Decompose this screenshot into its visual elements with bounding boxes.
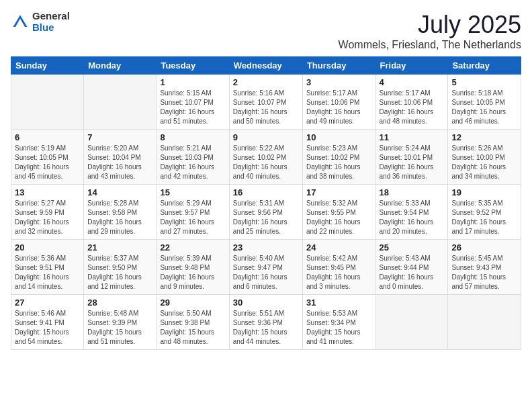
day-number: 19 — [451, 187, 517, 197]
day-number: 27 — [15, 298, 80, 308]
day-info: Sunrise: 5:53 AM Sunset: 9:34 PM Dayligh… — [306, 309, 372, 347]
calendar-cell: 30Sunrise: 5:51 AM Sunset: 9:36 PM Dayli… — [229, 295, 302, 350]
calendar-cell — [448, 295, 521, 350]
calendar-cell: 25Sunrise: 5:43 AM Sunset: 9:44 PM Dayli… — [375, 240, 448, 295]
calendar-cell: 6Sunrise: 5:19 AM Sunset: 10:05 PM Dayli… — [11, 130, 84, 185]
calendar-week-row: 20Sunrise: 5:36 AM Sunset: 9:51 PM Dayli… — [11, 240, 521, 295]
day-info: Sunrise: 5:22 AM Sunset: 10:02 PM Daylig… — [233, 144, 299, 181]
calendar-cell: 10Sunrise: 5:23 AM Sunset: 10:02 PM Dayl… — [302, 130, 375, 185]
day-number: 12 — [451, 132, 517, 142]
day-info: Sunrise: 5:45 AM Sunset: 9:43 PM Dayligh… — [451, 254, 517, 291]
weekday-header-tuesday: Tuesday — [157, 57, 229, 75]
day-info: Sunrise: 5:17 AM Sunset: 10:06 PM Daylig… — [380, 89, 445, 126]
day-number: 4 — [380, 77, 445, 87]
day-info: Sunrise: 5:20 AM Sunset: 10:04 PM Daylig… — [87, 144, 152, 181]
day-number: 2 — [233, 77, 299, 87]
day-number: 30 — [233, 298, 299, 308]
logo-general: General — [32, 11, 70, 22]
calendar-week-row: 13Sunrise: 5:27 AM Sunset: 9:59 PM Dayli… — [11, 185, 521, 240]
month-title: July 2025 — [339, 11, 521, 39]
day-info: Sunrise: 5:19 AM Sunset: 10:05 PM Daylig… — [15, 144, 80, 181]
calendar-cell: 31Sunrise: 5:53 AM Sunset: 9:34 PM Dayli… — [302, 295, 375, 350]
calendar-cell: 4Sunrise: 5:17 AM Sunset: 10:06 PM Dayli… — [375, 75, 448, 130]
calendar-cell: 29Sunrise: 5:50 AM Sunset: 9:38 PM Dayli… — [157, 295, 229, 350]
calendar-cell: 9Sunrise: 5:22 AM Sunset: 10:02 PM Dayli… — [229, 130, 302, 185]
day-info: Sunrise: 5:31 AM Sunset: 9:56 PM Dayligh… — [233, 199, 299, 236]
calendar-cell: 24Sunrise: 5:42 AM Sunset: 9:45 PM Dayli… — [302, 240, 375, 295]
weekday-header-thursday: Thursday — [302, 57, 375, 75]
day-info: Sunrise: 5:51 AM Sunset: 9:36 PM Dayligh… — [233, 309, 299, 347]
day-number: 26 — [451, 242, 517, 253]
day-number: 21 — [87, 242, 152, 253]
calendar-cell: 1Sunrise: 5:15 AM Sunset: 10:07 PM Dayli… — [157, 75, 229, 130]
title-block: July 2025 Wommels, Friesland, The Nether… — [339, 11, 521, 51]
calendar-cell: 15Sunrise: 5:29 AM Sunset: 9:57 PM Dayli… — [157, 185, 229, 240]
day-number: 16 — [233, 187, 299, 197]
weekday-header-wednesday: Wednesday — [229, 57, 302, 75]
calendar-cell: 16Sunrise: 5:31 AM Sunset: 9:56 PM Dayli… — [229, 185, 302, 240]
day-number: 6 — [15, 132, 80, 142]
calendar-cell: 14Sunrise: 5:28 AM Sunset: 9:58 PM Dayli… — [84, 185, 157, 240]
day-number: 22 — [160, 242, 225, 253]
day-info: Sunrise: 5:29 AM Sunset: 9:57 PM Dayligh… — [160, 199, 225, 236]
day-number: 3 — [306, 77, 372, 87]
calendar-cell: 7Sunrise: 5:20 AM Sunset: 10:04 PM Dayli… — [84, 130, 157, 185]
day-info: Sunrise: 5:17 AM Sunset: 10:06 PM Daylig… — [306, 89, 372, 126]
day-number: 15 — [160, 187, 225, 197]
day-number: 18 — [380, 187, 445, 197]
day-number: 10 — [306, 132, 372, 142]
calendar-cell: 22Sunrise: 5:39 AM Sunset: 9:48 PM Dayli… — [157, 240, 229, 295]
day-info: Sunrise: 5:43 AM Sunset: 9:44 PM Dayligh… — [380, 254, 445, 291]
day-info: Sunrise: 5:37 AM Sunset: 9:50 PM Dayligh… — [87, 254, 152, 291]
calendar-cell: 2Sunrise: 5:16 AM Sunset: 10:07 PM Dayli… — [229, 75, 302, 130]
calendar-cell: 21Sunrise: 5:37 AM Sunset: 9:50 PM Dayli… — [84, 240, 157, 295]
day-info: Sunrise: 5:35 AM Sunset: 9:52 PM Dayligh… — [451, 199, 517, 236]
day-info: Sunrise: 5:18 AM Sunset: 10:05 PM Daylig… — [451, 89, 517, 126]
day-number: 9 — [233, 132, 299, 142]
page-header: General Blue July 2025 Wommels, Frieslan… — [11, 11, 521, 51]
calendar-week-row: 27Sunrise: 5:46 AM Sunset: 9:41 PM Dayli… — [11, 295, 521, 350]
day-number: 20 — [15, 242, 80, 253]
day-info: Sunrise: 5:39 AM Sunset: 9:48 PM Dayligh… — [160, 254, 225, 291]
calendar-cell: 13Sunrise: 5:27 AM Sunset: 9:59 PM Dayli… — [11, 185, 84, 240]
calendar-cell: 11Sunrise: 5:24 AM Sunset: 10:01 PM Dayl… — [375, 130, 448, 185]
calendar-cell — [84, 75, 157, 130]
calendar-cell — [11, 75, 84, 130]
calendar-cell: 5Sunrise: 5:18 AM Sunset: 10:05 PM Dayli… — [448, 75, 521, 130]
day-number: 23 — [233, 242, 299, 253]
day-number: 14 — [87, 187, 152, 197]
day-info: Sunrise: 5:16 AM Sunset: 10:07 PM Daylig… — [233, 89, 299, 126]
calendar-week-row: 6Sunrise: 5:19 AM Sunset: 10:05 PM Dayli… — [11, 130, 521, 185]
day-number: 11 — [380, 132, 445, 142]
day-info: Sunrise: 5:26 AM Sunset: 10:00 PM Daylig… — [451, 144, 517, 181]
calendar-cell: 3Sunrise: 5:17 AM Sunset: 10:06 PM Dayli… — [302, 75, 375, 130]
day-number: 17 — [306, 187, 372, 197]
calendar-cell: 26Sunrise: 5:45 AM Sunset: 9:43 PM Dayli… — [448, 240, 521, 295]
calendar-cell: 19Sunrise: 5:35 AM Sunset: 9:52 PM Dayli… — [448, 185, 521, 240]
logo: General Blue — [11, 11, 70, 33]
calendar-cell: 18Sunrise: 5:33 AM Sunset: 9:54 PM Dayli… — [375, 185, 448, 240]
day-info: Sunrise: 5:48 AM Sunset: 9:39 PM Dayligh… — [87, 309, 152, 347]
calendar-table: SundayMondayTuesdayWednesdayThursdayFrid… — [11, 56, 521, 350]
day-info: Sunrise: 5:40 AM Sunset: 9:47 PM Dayligh… — [233, 254, 299, 291]
calendar-cell: 28Sunrise: 5:48 AM Sunset: 9:39 PM Dayli… — [84, 295, 157, 350]
day-info: Sunrise: 5:15 AM Sunset: 10:07 PM Daylig… — [160, 89, 225, 126]
calendar-cell: 8Sunrise: 5:21 AM Sunset: 10:03 PM Dayli… — [157, 130, 229, 185]
calendar-cell: 20Sunrise: 5:36 AM Sunset: 9:51 PM Dayli… — [11, 240, 84, 295]
day-info: Sunrise: 5:32 AM Sunset: 9:55 PM Dayligh… — [306, 199, 372, 236]
calendar-cell: 23Sunrise: 5:40 AM Sunset: 9:47 PM Dayli… — [229, 240, 302, 295]
logo-text: General Blue — [32, 11, 70, 33]
logo-blue: Blue — [32, 22, 70, 34]
day-info: Sunrise: 5:36 AM Sunset: 9:51 PM Dayligh… — [15, 254, 80, 291]
day-info: Sunrise: 5:27 AM Sunset: 9:59 PM Dayligh… — [15, 199, 80, 236]
calendar-cell: 12Sunrise: 5:26 AM Sunset: 10:00 PM Dayl… — [448, 130, 521, 185]
day-info: Sunrise: 5:21 AM Sunset: 10:03 PM Daylig… — [160, 144, 225, 181]
day-info: Sunrise: 5:24 AM Sunset: 10:01 PM Daylig… — [380, 144, 445, 181]
day-info: Sunrise: 5:28 AM Sunset: 9:58 PM Dayligh… — [87, 199, 152, 236]
calendar-cell — [375, 295, 448, 350]
logo-icon — [11, 13, 30, 32]
calendar-cell: 27Sunrise: 5:46 AM Sunset: 9:41 PM Dayli… — [11, 295, 84, 350]
day-number: 5 — [451, 77, 517, 87]
weekday-header-friday: Friday — [375, 57, 448, 75]
day-number: 28 — [87, 298, 152, 308]
